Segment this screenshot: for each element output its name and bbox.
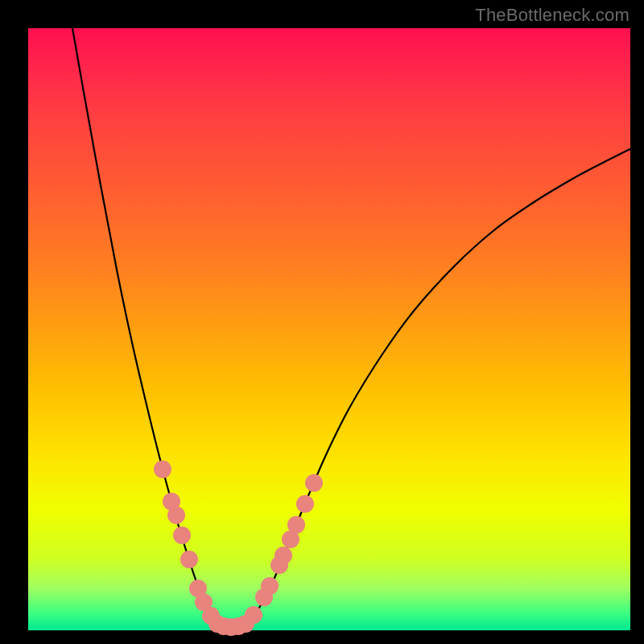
curve-marker: [305, 474, 323, 492]
plot-area: [28, 28, 630, 630]
curve-marker: [173, 526, 191, 544]
curve-marker: [154, 460, 171, 478]
chart-container: TheBottleneck.com: [0, 0, 644, 644]
curve-markers: [154, 460, 323, 636]
curve-marker: [180, 551, 198, 568]
curve-marker: [275, 547, 292, 564]
chart-svg: [28, 28, 630, 630]
curve-marker: [287, 516, 305, 534]
curve-marker: [296, 495, 314, 513]
bottleneck-curve: [72, 28, 630, 627]
watermark-text: TheBottleneck.com: [475, 5, 630, 26]
curve-marker: [245, 606, 262, 624]
curve-marker: [261, 577, 279, 595]
curve-marker: [167, 506, 185, 524]
